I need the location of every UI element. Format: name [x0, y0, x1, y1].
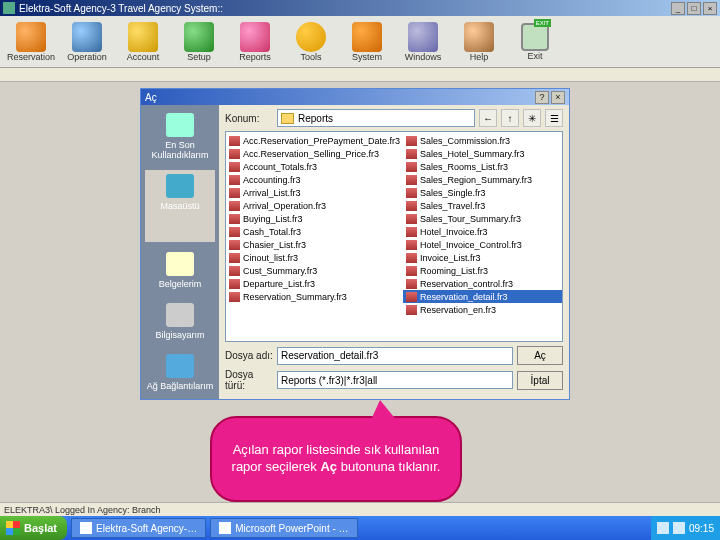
file-name: Reservation_control.fr3 [420, 279, 513, 289]
report-file-icon [406, 149, 417, 159]
file-name: Sales_Single.fr3 [420, 188, 486, 198]
toolbar-reservation[interactable]: Reservation [4, 22, 58, 62]
file-item[interactable]: Hotel_Invoice_Control.fr3 [403, 238, 562, 251]
file-item[interactable]: Sales_Hotel_Summary.fr3 [403, 147, 562, 160]
tray-icon[interactable] [657, 522, 669, 534]
look-in-combo[interactable]: Reports [277, 109, 475, 127]
file-name: Account_Totals.fr3 [243, 162, 317, 172]
file-item[interactable]: Departure_List.fr3 [226, 277, 403, 290]
report-file-icon [229, 279, 240, 289]
file-item[interactable]: Sales_Commission.fr3 [403, 134, 562, 147]
file-name: Arrival_Operation.fr3 [243, 201, 326, 211]
file-item[interactable]: Cinout_list.fr3 [226, 251, 403, 264]
toolbar-setup[interactable]: Setup [172, 22, 226, 62]
up-button[interactable]: ↑ [501, 109, 519, 127]
file-name: Reservation_en.fr3 [420, 305, 496, 315]
toolbar-label: Reservation [7, 53, 55, 62]
report-file-icon [406, 188, 417, 198]
file-item[interactable]: Reservation_detail.fr3 [403, 290, 562, 303]
file-item[interactable]: Sales_Tour_Summary.fr3 [403, 212, 562, 225]
filename-value: Reservation_detail.fr3 [281, 350, 378, 361]
place-fav[interactable]: Ağ Bağlantılarım [145, 350, 215, 395]
callout-bold: Aç [320, 459, 337, 474]
task-icon [80, 522, 92, 534]
file-name: Cust_Summary.fr3 [243, 266, 317, 276]
report-file-icon [229, 162, 240, 172]
toolbar-reports[interactable]: Reports [228, 22, 282, 62]
toolbar-label: Windows [405, 53, 442, 62]
filename-input[interactable]: Reservation_detail.fr3 [277, 347, 513, 365]
taskbar-task[interactable]: Elektra-Soft Agency-… [71, 518, 206, 538]
toolbar-exit[interactable]: Exit [508, 23, 562, 61]
toolbar-help[interactable]: Help [452, 22, 506, 62]
file-item[interactable]: Acc.Reservation_Selling_Price.fr3 [226, 147, 403, 160]
place-docs[interactable]: Belgelerim [145, 248, 215, 293]
close-button[interactable]: × [703, 2, 717, 15]
file-item[interactable]: Sales_Single.fr3 [403, 186, 562, 199]
file-item[interactable]: Reservation_control.fr3 [403, 277, 562, 290]
file-name: Sales_Rooms_List.fr3 [420, 162, 508, 172]
docs-icon [166, 252, 194, 276]
file-name: Sales_Hotel_Summary.fr3 [420, 149, 524, 159]
file-item[interactable]: Buying_List.fr3 [226, 212, 403, 225]
file-item[interactable]: Sales_Travel.fr3 [403, 199, 562, 212]
file-item[interactable]: Account_Totals.fr3 [226, 160, 403, 173]
place-comp[interactable]: Bilgisayarım [145, 299, 215, 344]
report-file-icon [229, 149, 240, 159]
dialog-help-button[interactable]: ? [535, 91, 549, 104]
reservation-icon [16, 22, 46, 52]
start-button[interactable]: Başlat [0, 516, 67, 540]
tray-icon[interactable] [673, 522, 685, 534]
report-file-icon [406, 305, 417, 315]
file-item[interactable]: Chasier_List.fr3 [226, 238, 403, 251]
report-file-icon [229, 292, 240, 302]
minimize-button[interactable]: _ [671, 2, 685, 15]
toolbar-operation[interactable]: Operation [60, 22, 114, 62]
place-recent[interactable]: En Son Kullandıklarım [145, 109, 215, 164]
toolbar-account[interactable]: Account [116, 22, 170, 62]
file-item[interactable]: Accounting.fr3 [226, 173, 403, 186]
report-file-icon [406, 253, 417, 263]
back-button[interactable]: ← [479, 109, 497, 127]
file-item[interactable]: Hotel_Invoice.fr3 [403, 225, 562, 238]
toolbar-system[interactable]: System [340, 22, 394, 62]
system-tray[interactable]: 09:15 [651, 516, 720, 540]
view-menu-button[interactable]: ☰ [545, 109, 563, 127]
file-item[interactable]: Sales_Rooms_List.fr3 [403, 160, 562, 173]
file-name: Sales_Tour_Summary.fr3 [420, 214, 521, 224]
file-item[interactable]: Sales_Region_Summary.fr3 [403, 173, 562, 186]
file-item[interactable]: Invoice_List.fr3 [403, 251, 562, 264]
toolbar-windows[interactable]: Windows [396, 22, 450, 62]
toolbar-tools[interactable]: Tools [284, 22, 338, 62]
file-item[interactable]: Cash_Total.fr3 [226, 225, 403, 238]
file-item[interactable]: Acc.Reservation_PrePayment_Date.fr3 [226, 134, 403, 147]
dialog-close-button[interactable]: × [551, 91, 565, 104]
taskbar-task[interactable]: Microsoft PowerPoint - … [210, 518, 357, 538]
app-title: Elektra-Soft Agency-3 Travel Agency Syst… [19, 3, 223, 14]
filetype-label: Dosya türü: [225, 369, 273, 391]
filetype-combo[interactable]: Reports (*.fr3)|*.fr3|all [277, 371, 513, 389]
new-folder-button[interactable]: ✳ [523, 109, 541, 127]
report-file-icon [406, 214, 417, 224]
place-label: Bilgisayarım [145, 330, 215, 340]
report-file-icon [406, 162, 417, 172]
place-desktop[interactable]: Masaüstü [145, 170, 215, 242]
maximize-button[interactable]: □ [687, 2, 701, 15]
open-button[interactable]: Aç [517, 346, 563, 365]
file-item[interactable]: Reservation_en.fr3 [403, 303, 562, 316]
recent-icon [166, 113, 194, 137]
toolbar-label: System [352, 53, 382, 62]
help-icon [464, 22, 494, 52]
look-in-label: Konum: [225, 113, 273, 124]
toolbar-label: Account [127, 53, 160, 62]
file-item[interactable]: Arrival_Operation.fr3 [226, 199, 403, 212]
cancel-button[interactable]: İptal [517, 371, 563, 390]
windows-icon [408, 22, 438, 52]
report-file-icon [406, 136, 417, 146]
file-item[interactable]: Rooming_List.fr3 [403, 264, 562, 277]
file-item[interactable]: Cust_Summary.fr3 [226, 264, 403, 277]
places-bar: En Son KullandıklarımMasaüstüBelgelerimB… [141, 105, 219, 399]
file-list[interactable]: Acc.Reservation_PrePayment_Date.fr3Acc.R… [225, 131, 563, 342]
file-item[interactable]: Arrival_List.fr3 [226, 186, 403, 199]
file-item[interactable]: Reservation_Summary.fr3 [226, 290, 403, 303]
